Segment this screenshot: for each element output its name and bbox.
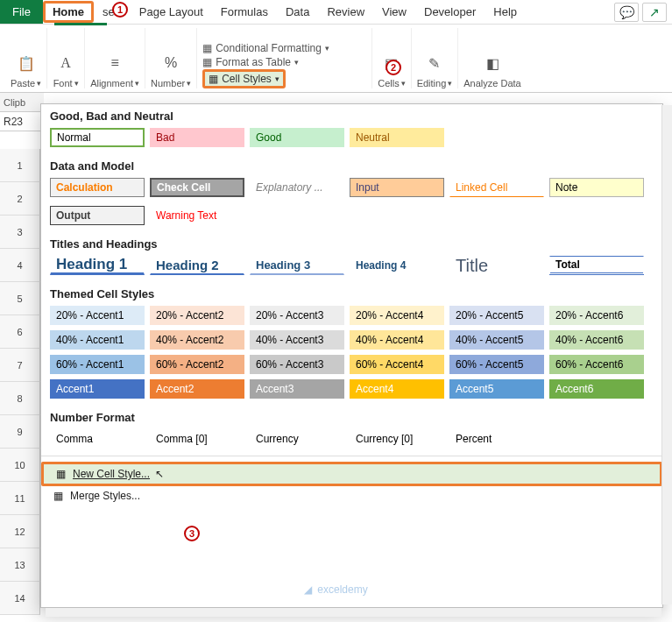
- watermark-text: exceldemy: [317, 583, 367, 596]
- row-header[interactable]: 2: [0, 182, 40, 216]
- style-themed[interactable]: 60% - Accent6: [549, 355, 644, 374]
- row-header[interactable]: 3: [0, 216, 40, 249]
- comment-icon: 💬: [619, 5, 634, 19]
- style-themed[interactable]: Accent5: [449, 379, 544, 399]
- conditional-formatting-button[interactable]: ▦ Conditional Formatting▾: [202, 41, 329, 55]
- comments-button[interactable]: 💬: [614, 3, 639, 22]
- callout-2: 2: [386, 60, 401, 75]
- style-themed[interactable]: 20% - Accent4: [350, 306, 444, 325]
- tab-help[interactable]: Help: [485, 2, 526, 22]
- style-neutral[interactable]: Neutral: [350, 128, 444, 147]
- row-header[interactable]: 6: [0, 315, 40, 349]
- row-header[interactable]: 8: [0, 382, 40, 415]
- vertical-scrollbar[interactable]: [661, 105, 672, 604]
- name-box[interactable]: R23: [0, 112, 44, 131]
- alignment-label: Alignment: [90, 78, 133, 88]
- group-alignment[interactable]: ≡ Alignment▾: [85, 28, 145, 88]
- row-header[interactable]: 11: [0, 482, 40, 515]
- style-explanatory[interactable]: Explanatory ...: [250, 178, 344, 197]
- section-data-model: Data and Model: [41, 154, 662, 176]
- style-good[interactable]: Good: [250, 128, 344, 147]
- section-good-bad-neutral: Good, Bad and Neutral: [41, 104, 662, 126]
- style-themed[interactable]: 60% - Accent4: [350, 355, 444, 374]
- style-themed[interactable]: 40% - Accent2: [150, 330, 244, 350]
- style-themed[interactable]: 40% - Accent1: [50, 330, 145, 350]
- row-header[interactable]: 14: [0, 582, 40, 615]
- style-input[interactable]: Input: [350, 178, 444, 197]
- style-heading4[interactable]: Heading 4: [350, 256, 444, 275]
- style-heading2[interactable]: Heading 2: [150, 256, 244, 275]
- tab-formulas[interactable]: Formulas: [212, 2, 277, 22]
- cell-styles-gallery: Good, Bad and Neutral Normal Bad Good Ne…: [40, 103, 663, 608]
- group-cells[interactable]: ▤ Cells▾: [372, 28, 411, 88]
- style-themed[interactable]: 60% - Accent2: [150, 355, 244, 374]
- style-themed[interactable]: 40% - Accent6: [549, 330, 644, 350]
- style-themed[interactable]: 60% - Accent5: [449, 355, 544, 374]
- tab-home[interactable]: Home: [43, 1, 94, 23]
- style-themed[interactable]: Accent6: [549, 379, 644, 399]
- row-header[interactable]: 1: [0, 149, 40, 182]
- style-currency[interactable]: Currency: [250, 429, 344, 449]
- cursor-icon: ↖: [155, 468, 164, 480]
- style-bad[interactable]: Bad: [150, 128, 244, 147]
- style-currency0[interactable]: Currency [0]: [350, 429, 444, 449]
- merge-styles-item[interactable]: ▦ Merge Styles...: [41, 486, 662, 505]
- style-comma[interactable]: Comma: [50, 429, 145, 449]
- tab-view[interactable]: View: [373, 2, 415, 22]
- new-cell-style-item[interactable]: ▦ New Cell Style... ↖: [41, 462, 662, 486]
- group-editing[interactable]: ✎ Editing▾: [412, 28, 459, 88]
- style-output[interactable]: Output: [50, 206, 145, 225]
- format-as-table-button[interactable]: ▦ Format as Table▾: [202, 55, 299, 69]
- style-check-cell[interactable]: Check Cell: [150, 178, 244, 197]
- file-tab[interactable]: File: [0, 0, 43, 24]
- style-percent[interactable]: Percent: [449, 429, 544, 449]
- style-themed[interactable]: 20% - Accent2: [150, 306, 244, 325]
- style-heading1[interactable]: Heading 1: [50, 256, 145, 275]
- group-font[interactable]: A Font▾: [47, 28, 85, 88]
- style-themed[interactable]: 40% - Accent5: [449, 330, 544, 350]
- tab-data[interactable]: Data: [277, 2, 318, 22]
- style-heading3[interactable]: Heading 3: [250, 256, 344, 275]
- style-themed[interactable]: 60% - Accent3: [250, 355, 344, 374]
- style-themed[interactable]: 40% - Accent4: [350, 330, 444, 350]
- style-themed[interactable]: 20% - Accent6: [549, 306, 644, 325]
- cond-format-icon: ▦: [202, 42, 212, 54]
- callout-3: 3: [184, 526, 200, 541]
- style-themed[interactable]: 20% - Accent1: [50, 306, 145, 325]
- row-header[interactable]: 13: [0, 548, 40, 582]
- style-themed[interactable]: 40% - Accent3: [250, 330, 344, 350]
- style-themed[interactable]: 20% - Accent5: [449, 306, 544, 325]
- style-calculation[interactable]: Calculation: [50, 178, 145, 197]
- style-title[interactable]: Title: [449, 256, 544, 275]
- group-analyze[interactable]: ◧ Analyze Data: [458, 28, 526, 88]
- style-warning-text[interactable]: Warning Text: [150, 206, 244, 225]
- row-header[interactable]: 4: [0, 249, 40, 282]
- style-themed[interactable]: Accent3: [250, 379, 344, 399]
- style-note[interactable]: Note: [549, 178, 644, 197]
- number-icon: %: [158, 50, 184, 76]
- group-number[interactable]: % Number▾: [145, 28, 197, 88]
- paste-icon[interactable]: 📋: [13, 50, 39, 76]
- style-themed[interactable]: Accent2: [150, 379, 244, 399]
- paste-label: Paste: [11, 78, 35, 88]
- style-themed[interactable]: 60% - Accent1: [50, 355, 145, 374]
- style-normal[interactable]: Normal: [50, 128, 145, 147]
- row-header[interactable]: 7: [0, 349, 40, 382]
- tab-page-layout[interactable]: Page Layout: [131, 2, 212, 22]
- style-themed[interactable]: 20% - Accent3: [250, 306, 344, 325]
- row-header[interactable]: 10: [0, 449, 40, 482]
- style-themed[interactable]: Accent4: [350, 379, 444, 399]
- table-icon: ▦: [202, 56, 212, 68]
- share-button[interactable]: ↗: [642, 3, 667, 22]
- style-comma0[interactable]: Comma [0]: [150, 429, 244, 449]
- row-header[interactable]: 12: [0, 515, 40, 548]
- style-themed[interactable]: Accent1: [50, 379, 145, 399]
- row-header[interactable]: 9: [0, 415, 40, 449]
- row-header[interactable]: 5: [0, 282, 40, 315]
- tab-developer[interactable]: Developer: [415, 2, 485, 22]
- tab-review[interactable]: Review: [318, 2, 373, 22]
- cell-styles-button[interactable]: ▦ Cell Styles▾: [202, 69, 286, 88]
- style-linked-cell[interactable]: Linked Cell: [449, 178, 544, 197]
- style-total[interactable]: Total: [549, 256, 644, 275]
- horizontal-scrollbar[interactable]: [46, 608, 661, 617]
